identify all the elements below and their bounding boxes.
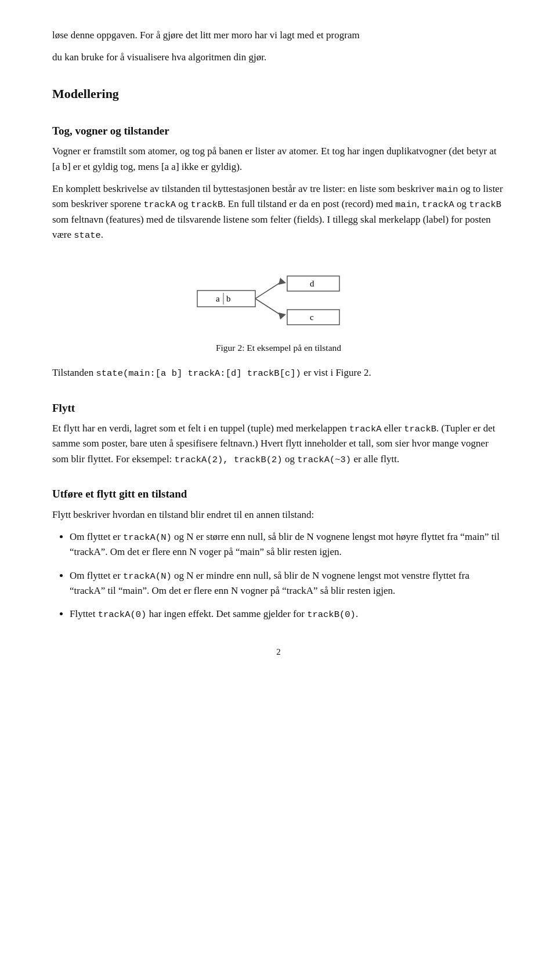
svg-marker-7 bbox=[278, 313, 286, 320]
tilstand-line: Tilstanden state(main:[a b] trackA:[d] t… bbox=[52, 365, 505, 380]
tilstand-pre: Tilstanden bbox=[52, 367, 96, 378]
flytt-code1: trackA(2), bbox=[175, 455, 229, 465]
p2-trackA2: trackA bbox=[422, 199, 454, 210]
svg-line-5 bbox=[255, 299, 281, 315]
p2-text3: . En full tilstand er da en post (record… bbox=[223, 198, 395, 209]
flytt-p1: Et flytt har en verdi, lagret som et fel… bbox=[52, 421, 505, 467]
p2-trackB: trackB bbox=[191, 199, 223, 210]
p2-trackB2: trackB bbox=[469, 199, 501, 210]
p2-og1: og bbox=[176, 198, 191, 209]
tog-subheading: Tog, vogner og tilstander bbox=[52, 122, 505, 139]
flytt-eller: eller bbox=[382, 423, 404, 434]
p2-trackA: trackA bbox=[143, 199, 176, 210]
svg-line-4 bbox=[255, 282, 281, 299]
bullet3-end: . bbox=[356, 608, 358, 619]
intro-line1: løse denne oppgaven. For å gjøre det lit… bbox=[52, 28, 505, 43]
intro-paragraph: løse denne oppgaven. For å gjøre det lit… bbox=[52, 28, 505, 66]
utfore-list: Om flyttet er trackA(N) og N er større e… bbox=[70, 529, 505, 622]
page-number: 2 bbox=[52, 645, 505, 659]
flytt-text3: er alle flytt. bbox=[351, 453, 399, 464]
p2-main2: main bbox=[395, 199, 417, 210]
flytt-code3: trackA(~3) bbox=[297, 455, 351, 465]
p2-text1: En komplett beskrivelse av tilstanden ti… bbox=[52, 183, 436, 194]
modellering-heading: Modellering bbox=[52, 84, 505, 104]
bullet-1: Om flyttet er trackA(N) og N er større e… bbox=[70, 529, 505, 560]
p2-period: . bbox=[101, 229, 103, 240]
svg-marker-6 bbox=[278, 278, 286, 285]
p2-main: main bbox=[436, 184, 458, 195]
bullet2-pre: Om flyttet er bbox=[70, 570, 123, 581]
bullet3-code2: trackB(0) bbox=[307, 609, 356, 620]
intro-line2: du kan bruke for å visualisere hva algor… bbox=[52, 50, 505, 65]
svg-text:b: b bbox=[226, 294, 231, 303]
flytt-og: og bbox=[283, 453, 298, 464]
svg-text:a: a bbox=[216, 294, 220, 303]
bullet1-code: trackA(N) bbox=[123, 532, 172, 543]
svg-text:c: c bbox=[310, 313, 314, 322]
flytt-trackB: trackB bbox=[404, 424, 436, 434]
bullet1-pre: Om flyttet er bbox=[70, 531, 123, 542]
train-diagram-svg: a b d c bbox=[180, 259, 377, 334]
flytt-text1: Et flytt har en verdi, lagret som et fel… bbox=[52, 423, 349, 434]
bullet3-mid: har ingen effekt. Det samme gjelder for bbox=[146, 608, 307, 619]
figure-caption: Figur 2: Et eksempel på en tilstand bbox=[216, 341, 341, 355]
modellering-p2: En komplett beskrivelse av tilstanden ti… bbox=[52, 182, 505, 242]
p2-feltnavn: som feltnavn (features) med de tilsvaren… bbox=[52, 214, 491, 240]
flytt-code2: trackB(2) bbox=[229, 455, 283, 465]
tilstand-code: state(main:[a b] trackA:[d] trackB[c]) bbox=[96, 368, 301, 379]
bullet3-code: trackA(0) bbox=[98, 609, 147, 620]
bullet-3: Flyttet trackA(0) har ingen effekt. Det … bbox=[70, 607, 505, 622]
bullet-2: Om flyttet er trackA(N) og N er mindre e… bbox=[70, 568, 505, 599]
bullet2-code: trackA(N) bbox=[123, 571, 172, 582]
p2-state: state bbox=[74, 230, 101, 241]
svg-text:d: d bbox=[310, 279, 314, 288]
flytt-heading: Flytt bbox=[52, 400, 505, 416]
flytt-trackA: trackA bbox=[349, 424, 382, 434]
utfore-heading: Utføre et flytt gitt en tilstand bbox=[52, 485, 505, 502]
p2-comma: , bbox=[417, 198, 422, 209]
bullet3-pre: Flyttet bbox=[70, 608, 98, 619]
tilstand-post: er vist i Figure 2. bbox=[301, 367, 371, 378]
p2-og2: og bbox=[454, 198, 469, 209]
figure-2: a b d c Figur 2: Et eksempel på en tilst… bbox=[52, 259, 505, 355]
modellering-p1: Vogner er framstilt som atomer, og tog p… bbox=[52, 144, 505, 175]
utfore-p1: Flytt beskriver hvordan en tilstand blir… bbox=[52, 507, 505, 522]
